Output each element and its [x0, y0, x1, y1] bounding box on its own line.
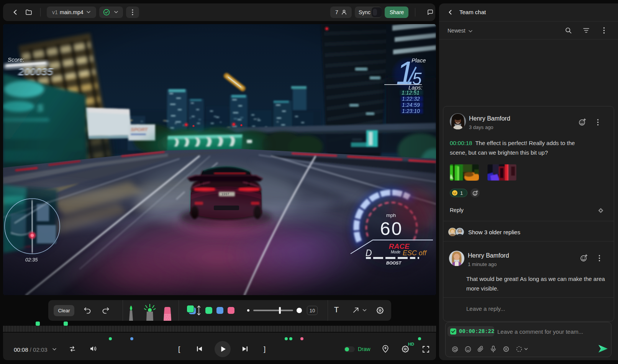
svg-text:60: 60	[380, 219, 403, 239]
svg-text:1:23:10: 1:23:10	[402, 108, 420, 114]
svg-text:1:24:59: 1:24:59	[402, 102, 420, 108]
svg-text:D: D	[366, 248, 372, 258]
svg-text:200035: 200035	[18, 66, 53, 78]
svg-text:Score:: Score:	[8, 56, 24, 63]
svg-text:1:12:51: 1:12:51	[402, 90, 420, 96]
svg-text:BOOST: BOOST	[386, 261, 402, 265]
svg-text:mph: mph	[386, 212, 396, 218]
svg-text:02:35: 02:35	[25, 257, 38, 263]
svg-text:Mode: Mode	[391, 250, 400, 254]
svg-text:ESC off: ESC off	[403, 249, 427, 257]
svg-text:1:22:32: 1:22:32	[402, 96, 420, 102]
